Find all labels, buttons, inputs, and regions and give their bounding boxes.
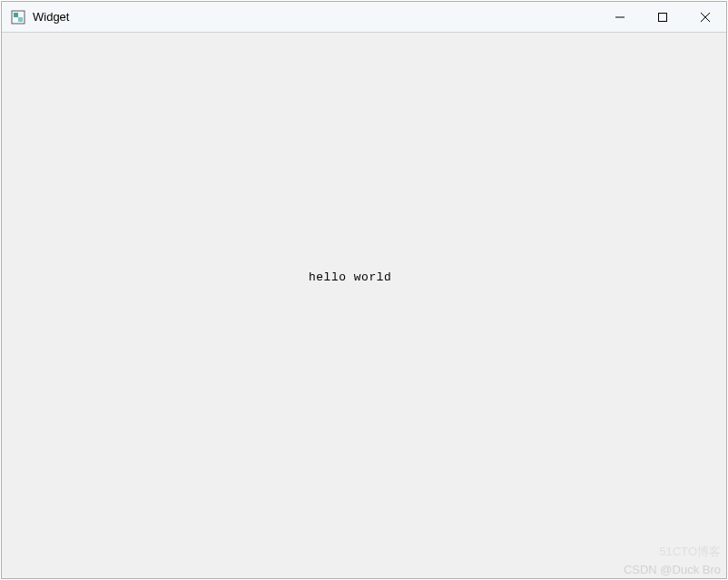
svg-rect-2 [18, 17, 23, 22]
minimize-button[interactable] [598, 2, 641, 32]
minimize-icon [615, 13, 625, 22]
window-controls [598, 2, 726, 32]
hello-label: hello world [309, 270, 391, 284]
window-frame: Widget hello world [1, 1, 727, 579]
svg-rect-1 [14, 13, 18, 17]
app-icon [11, 10, 25, 25]
svg-rect-4 [658, 13, 666, 21]
close-icon [701, 13, 710, 22]
client-area: hello world [2, 33, 726, 578]
window-title: Widget [33, 10, 598, 24]
maximize-button[interactable] [641, 2, 684, 32]
close-button[interactable] [684, 2, 726, 32]
titlebar[interactable]: Widget [2, 2, 726, 33]
maximize-icon [658, 13, 667, 22]
